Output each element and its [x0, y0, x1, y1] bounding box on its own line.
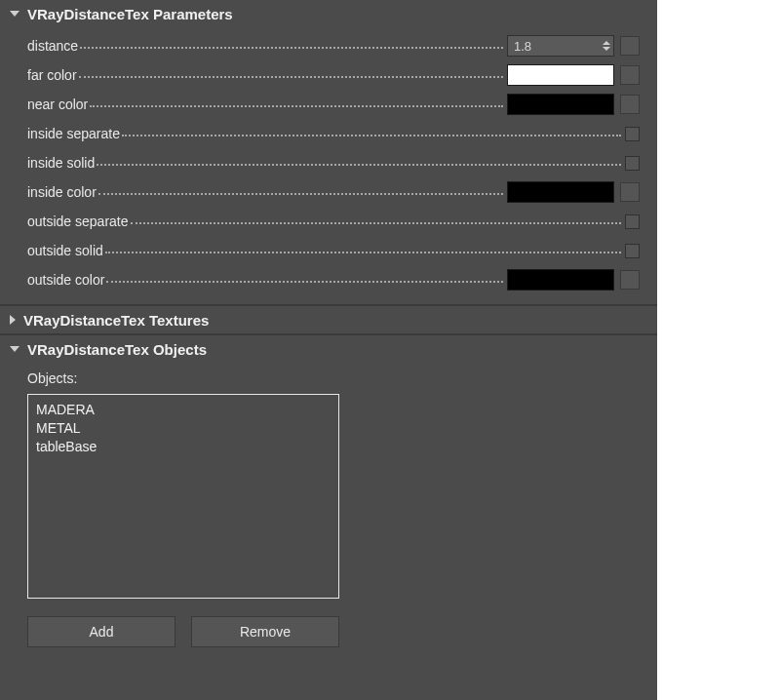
- objects-buttons: Add Remove: [27, 616, 640, 647]
- dots: [122, 127, 621, 136]
- list-item[interactable]: tableBase: [36, 438, 331, 456]
- panel-objects-header[interactable]: VRayDistanceTex Objects: [0, 335, 657, 363]
- panel-objects-title: VRayDistanceTex Objects: [27, 341, 207, 358]
- label-near-color: near color: [27, 97, 88, 112]
- remove-button-label: Remove: [240, 624, 291, 640]
- label-inside-solid: inside solid: [27, 155, 95, 171]
- panel-textures-header[interactable]: VRayDistanceTex Textures: [0, 306, 657, 333]
- distance-map-slot[interactable]: [620, 36, 640, 56]
- row-outside-separate: outside separate: [27, 207, 640, 236]
- dots: [131, 214, 621, 224]
- panel-textures-title: VRayDistanceTex Textures: [23, 312, 209, 329]
- chevron-down-icon: [10, 346, 20, 352]
- inside-color-swatch[interactable]: [507, 181, 614, 203]
- inside-separate-checkbox[interactable]: [625, 127, 640, 141]
- dots: [105, 244, 621, 253]
- objects-list[interactable]: MADERA METAL tableBase: [27, 394, 339, 599]
- far-color-map-slot[interactable]: [620, 65, 640, 85]
- row-outside-solid: outside solid: [27, 236, 640, 265]
- panel-parameters: VRayDistanceTex Parameters distance 1.8: [0, 0, 657, 306]
- objects-body: Objects: MADERA METAL tableBase Add Remo…: [0, 363, 657, 667]
- dots: [97, 156, 621, 166]
- distance-value: 1.8: [508, 39, 600, 54]
- list-item[interactable]: METAL: [36, 419, 331, 438]
- row-distance: distance 1.8: [27, 31, 640, 60]
- chevron-down-icon: [10, 11, 20, 17]
- parameters-window: VRayDistanceTex Parameters distance 1.8: [0, 0, 657, 700]
- chevron-right-icon: [10, 315, 16, 325]
- parameters-body: distance 1.8 far color: [0, 27, 657, 304]
- near-color-swatch[interactable]: [507, 94, 614, 115]
- panel-parameters-title: VRayDistanceTex Parameters: [27, 6, 233, 22]
- dots: [80, 39, 503, 49]
- label-distance: distance: [27, 38, 78, 54]
- row-inside-solid: inside solid: [27, 148, 640, 177]
- dots: [79, 68, 503, 78]
- row-inside-color: inside color: [27, 177, 640, 207]
- row-near-color: near color: [27, 90, 640, 119]
- panel-parameters-header[interactable]: VRayDistanceTex Parameters: [0, 0, 657, 27]
- panel-textures: VRayDistanceTex Textures: [0, 306, 657, 335]
- outside-color-map-slot[interactable]: [620, 270, 640, 290]
- dots: [98, 185, 503, 195]
- objects-list-label: Objects:: [27, 370, 640, 386]
- far-color-swatch[interactable]: [507, 64, 614, 86]
- spinner-arrows-icon: [600, 36, 613, 56]
- outside-solid-checkbox[interactable]: [625, 244, 640, 258]
- near-color-map-slot[interactable]: [620, 95, 640, 114]
- row-inside-separate: inside separate: [27, 119, 640, 148]
- panel-objects: VRayDistanceTex Objects Objects: MADERA …: [0, 335, 657, 667]
- row-outside-color: outside color: [27, 265, 640, 294]
- outside-separate-checkbox[interactable]: [625, 214, 640, 229]
- list-item[interactable]: MADERA: [36, 401, 331, 419]
- add-button[interactable]: Add: [27, 616, 176, 647]
- dots: [106, 273, 503, 283]
- inside-color-map-slot[interactable]: [620, 182, 640, 202]
- inside-solid-checkbox[interactable]: [625, 156, 640, 171]
- label-outside-solid: outside solid: [27, 243, 103, 258]
- remove-button[interactable]: Remove: [191, 616, 339, 647]
- add-button-label: Add: [90, 624, 114, 640]
- label-far-color: far color: [27, 67, 77, 83]
- label-inside-separate: inside separate: [27, 126, 120, 141]
- label-outside-separate: outside separate: [27, 214, 129, 229]
- outside-color-swatch[interactable]: [507, 269, 614, 291]
- label-outside-color: outside color: [27, 272, 104, 288]
- row-far-color: far color: [27, 60, 640, 90]
- distance-spinner[interactable]: 1.8: [507, 35, 614, 57]
- dots: [90, 97, 503, 107]
- label-inside-color: inside color: [27, 184, 97, 200]
